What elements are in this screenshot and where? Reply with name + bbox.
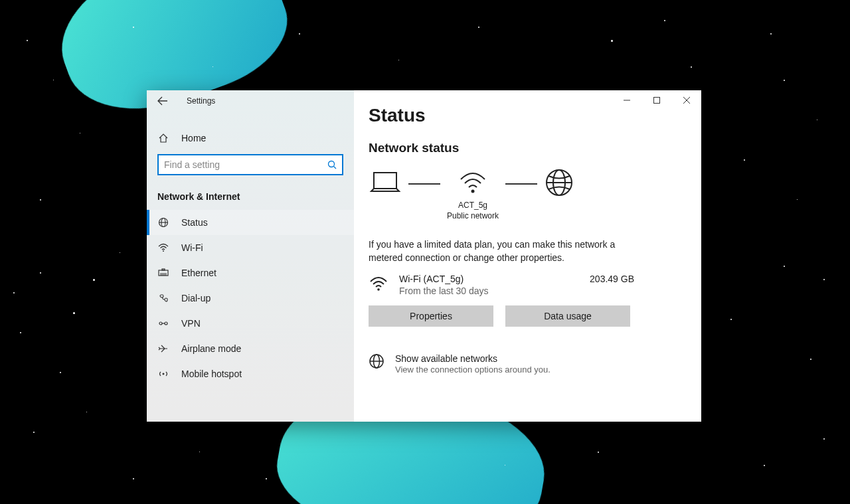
diagram-wifi-name: ACT_5g: [447, 201, 499, 211]
star: [40, 199, 41, 201]
star: [33, 432, 35, 433]
window-controls: [612, 90, 701, 110]
star: [299, 33, 300, 35]
sidebar-item-label: Status: [181, 217, 208, 228]
star: [478, 27, 479, 28]
star: [93, 279, 95, 281]
window-title: Settings: [187, 96, 215, 106]
star: [784, 80, 785, 81]
star: [810, 359, 811, 360]
star: [73, 312, 75, 314]
sidebar-item-airplane[interactable]: Airplane mode: [147, 336, 354, 361]
settings-window: Settings Home Network & Internet Stat: [147, 90, 701, 422]
metered-description: If you have a limited data plan, you can…: [369, 238, 621, 264]
network-diagram: ACT_5g Public network: [369, 167, 701, 221]
star: [398, 60, 399, 60]
minimize-button[interactable]: [612, 90, 641, 110]
svg-rect-21: [374, 173, 396, 189]
diagram-wifi-type: Public network: [447, 211, 499, 222]
sidebar-item-label: Airplane mode: [181, 343, 241, 354]
connection-row: Wi-Fi (ACT_5g) From the last 30 days 203…: [369, 274, 634, 296]
sidebar-item-ethernet[interactable]: Ethernet: [147, 260, 354, 286]
star: [730, 319, 732, 320]
search-input[interactable]: [164, 159, 327, 170]
back-arrow-icon: [157, 96, 168, 106]
data-usage-button[interactable]: Data usage: [505, 305, 630, 327]
star: [13, 292, 15, 294]
sidebar-item-vpn[interactable]: VPN: [147, 311, 354, 336]
star: [20, 332, 21, 333]
properties-button[interactable]: Properties: [369, 305, 493, 327]
star: [120, 252, 120, 253]
available-networks-subtitle: View the connection options around you.: [395, 365, 551, 375]
diagram-internet: [544, 167, 574, 198]
ethernet-icon: [157, 268, 169, 278]
svg-point-5: [163, 250, 164, 252]
star: [199, 452, 200, 452]
hotspot-icon: [157, 369, 169, 379]
maximize-icon: [653, 97, 660, 104]
svg-point-13: [159, 322, 162, 325]
connection-name: Wi-Fi (ACT_5g): [399, 274, 579, 284]
dialup-icon: [157, 293, 169, 303]
maximize-button[interactable]: [641, 90, 671, 110]
globe-large-icon: [544, 167, 574, 198]
sidebar-item-label: VPN: [181, 318, 201, 329]
laptop-icon: [369, 167, 402, 199]
close-button[interactable]: [671, 90, 701, 110]
wifi-large-icon: [458, 167, 487, 197]
svg-point-0: [329, 161, 335, 167]
sidebar-item-dialup[interactable]: Dial-up: [147, 286, 354, 311]
star: [817, 120, 817, 120]
sidebar-home[interactable]: Home: [147, 126, 354, 149]
star: [823, 279, 825, 280]
sidebar-item-status[interactable]: Status: [147, 210, 354, 235]
star: [744, 159, 745, 161]
globe-icon: [157, 217, 169, 228]
vpn-icon: [157, 318, 169, 329]
svg-rect-7: [162, 269, 165, 270]
search-box[interactable]: [157, 154, 343, 175]
star: [784, 266, 785, 267]
star: [80, 133, 80, 133]
star: [797, 199, 798, 200]
sidebar-item-wifi[interactable]: Wi-Fi: [147, 235, 354, 260]
star: [505, 465, 505, 465]
star: [86, 412, 87, 412]
diagram-connector: [408, 183, 440, 185]
star: [266, 478, 267, 479]
back-button[interactable]: [153, 92, 172, 110]
diagram-pc: [369, 167, 402, 199]
sidebar-item-label: Mobile hotspot: [181, 369, 242, 379]
svg-rect-18: [653, 98, 659, 104]
minimize-icon: [624, 97, 630, 104]
sidebar: Settings Home Network & Internet Stat: [147, 90, 354, 422]
connection-usage: 203.49 GB: [590, 274, 634, 284]
svg-line-1: [334, 167, 337, 169]
home-icon: [157, 133, 169, 143]
globe-icon: [369, 353, 384, 369]
svg-point-16: [163, 373, 165, 375]
star: [212, 66, 213, 67]
available-networks-title: Show available networks: [395, 353, 551, 364]
home-label: Home: [181, 133, 206, 143]
sidebar-section-label: Network & Internet: [147, 179, 354, 210]
sidebar-nav: Status Wi-Fi Ethernet Dial-up: [147, 210, 354, 386]
sidebar-item-label: Dial-up: [181, 293, 211, 303]
diagram-connector: [505, 183, 537, 185]
star: [764, 465, 765, 466]
star: [27, 40, 28, 41]
star: [691, 66, 692, 68]
sidebar-item-hotspot[interactable]: Mobile hotspot: [147, 361, 354, 386]
diagram-wifi: ACT_5g Public network: [447, 167, 499, 221]
star: [60, 372, 61, 373]
star: [770, 33, 772, 35]
show-available-networks[interactable]: Show available networks View the connect…: [369, 353, 701, 375]
svg-point-26: [377, 289, 380, 292]
star: [133, 27, 134, 28]
wifi-icon: [157, 242, 169, 253]
network-status-heading: Network status: [369, 141, 701, 155]
content-pane: Status Network status ACT_5g Public netw…: [354, 90, 701, 422]
star: [664, 20, 665, 21]
titlebar: Settings: [147, 90, 354, 112]
